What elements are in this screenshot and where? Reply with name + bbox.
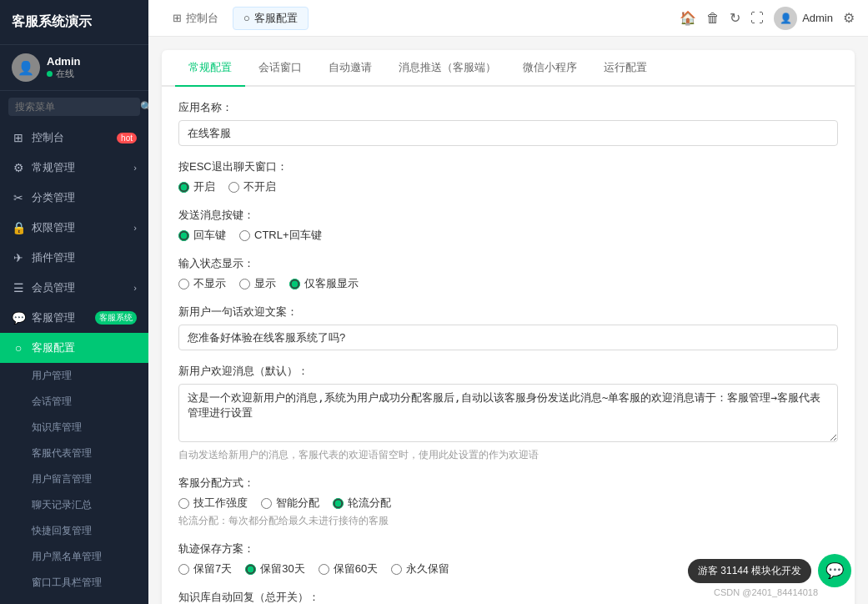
- sidebar-item-label: 客服管理: [32, 310, 75, 325]
- classify-icon: ✂: [12, 191, 25, 204]
- assign-mode-group: 客服分配方式： 技工作强度 智能分配 轮流分配: [178, 476, 838, 528]
- welcome-text-input[interactable]: [178, 325, 838, 350]
- home-button[interactable]: 🏠: [680, 10, 696, 26]
- round-robin-option[interactable]: 轮流分配: [333, 496, 391, 511]
- no-show-option[interactable]: 不显示: [178, 276, 226, 291]
- esc-off-radio[interactable]: [228, 182, 239, 193]
- esc-off-option[interactable]: 不开启: [228, 179, 276, 194]
- save-30-radio[interactable]: [245, 564, 256, 575]
- save-30-option[interactable]: 保留30天: [245, 561, 304, 576]
- assign-mode-hint: 轮流分配：每次都分配给最久未进行接待的客服: [178, 514, 838, 528]
- chat-button[interactable]: 💬: [818, 554, 851, 587]
- sidebar-item-kb-manage[interactable]: 知识库管理: [0, 415, 148, 440]
- tab-runtime[interactable]: 运行配置: [590, 50, 660, 87]
- show-radio[interactable]: [239, 279, 250, 289]
- sidebar-item-permission[interactable]: 🔒 权限管理 ›: [0, 213, 148, 243]
- enter-option[interactable]: 回车键: [178, 228, 226, 243]
- skill-option[interactable]: 技工作强度: [178, 496, 248, 511]
- member-icon: ☰: [12, 281, 25, 294]
- save-forever-option[interactable]: 永久保留: [391, 561, 449, 576]
- save-7-radio[interactable]: [178, 564, 189, 575]
- fullscreen-button[interactable]: ⛶: [750, 11, 764, 26]
- welcome-text-group: 新用户一句话欢迎文案：: [178, 305, 838, 350]
- welcome-msg-group: 新用户欢迎消息（默认）： 这是一个欢迎新用户的消息,系统为用户成功分配客服后,自…: [178, 364, 838, 462]
- sidebar-item-label: 会员管理: [32, 280, 75, 295]
- search-input[interactable]: [15, 101, 140, 113]
- sidebar-item-window-tool[interactable]: 窗口工具栏管理: [0, 570, 148, 596]
- save-7-option[interactable]: 保留7天: [178, 561, 232, 576]
- status-dot: [47, 71, 53, 77]
- sidebar-item-user-manage[interactable]: 用户管理: [0, 363, 148, 389]
- topbar-tab-service-config[interactable]: ○ 客服配置: [233, 7, 309, 30]
- topbar-tabs: ⊞ 控制台 ○ 客服配置: [162, 7, 680, 30]
- sidebar-item-general[interactable]: ⚙ 常规管理 ›: [0, 153, 148, 183]
- esc-label: 按ESC退出聊天窗口：: [178, 159, 838, 174]
- tab-auto-invite[interactable]: 自动邀请: [315, 50, 385, 87]
- agent-only-option[interactable]: 仅客服显示: [289, 276, 359, 291]
- sidebar-item-chat-log[interactable]: 聊天记录汇总: [0, 492, 148, 518]
- save-forever-radio[interactable]: [391, 564, 402, 575]
- show-label: 显示: [254, 276, 276, 291]
- arrow-icon: ›: [133, 163, 137, 173]
- sidebar-item-session-manage[interactable]: 会话管理: [0, 389, 148, 415]
- chat-widget: 游客 31144 模块化开发 💬: [688, 554, 851, 587]
- avatar: 👤: [12, 53, 40, 82]
- search-icon: 🔍: [140, 101, 148, 113]
- badge-hot: hot: [117, 133, 137, 143]
- dashboard-tab-icon: ⊞: [173, 12, 182, 24]
- tab-general[interactable]: 常规配置: [175, 50, 245, 87]
- sidebar-item-blacklist[interactable]: 用户黑名单管理: [0, 544, 148, 570]
- esc-group: 按ESC退出聊天窗口： 开启 不开启: [178, 159, 838, 194]
- app-name-input[interactable]: [178, 120, 838, 146]
- status-label: 在线: [56, 68, 74, 80]
- sidebar: 客服系统演示 👤 Admin 在线 🔍 ⊞ 控制台 hot ⚙ 常规管理 › ✂…: [0, 0, 148, 604]
- sidebar-item-quick-reply[interactable]: 快捷回复管理: [0, 518, 148, 544]
- smart-option[interactable]: 智能分配: [261, 496, 319, 511]
- service-icon: 💬: [12, 311, 25, 325]
- sidebar-item-留言管理[interactable]: 用户留言管理: [0, 466, 148, 492]
- admin-name: Admin: [802, 12, 833, 24]
- sidebar-item-plugin[interactable]: ✈ 插件管理: [0, 243, 148, 273]
- search-box[interactable]: 🔍: [8, 98, 140, 116]
- tab-chat-window[interactable]: 会话窗口: [245, 50, 315, 87]
- save-60-option[interactable]: 保留60天: [319, 561, 378, 576]
- smart-radio[interactable]: [261, 498, 272, 509]
- sidebar-item-dashboard[interactable]: ⊞ 控制台 hot: [0, 123, 148, 153]
- sidebar-item-member[interactable]: ☰ 会员管理 ›: [0, 273, 148, 303]
- tab-wechat[interactable]: 微信小程序: [509, 50, 590, 87]
- agent-only-label: 仅客服显示: [304, 276, 359, 291]
- round-robin-radio[interactable]: [333, 498, 344, 509]
- save-60-radio[interactable]: [319, 564, 329, 575]
- enter-radio[interactable]: [178, 230, 189, 241]
- ctrl-enter-label: CTRL+回车键: [254, 228, 322, 243]
- topbar-admin[interactable]: 👤 Admin: [774, 7, 833, 30]
- sidebar-item-classify[interactable]: ✂ 分类管理: [0, 183, 148, 213]
- sidebar-item-service-config[interactable]: ○ 客服配置: [0, 333, 148, 363]
- topbar-actions: 🏠 🗑 ↻ ⛶ 👤 Admin ⚙: [680, 7, 855, 30]
- refresh-button[interactable]: ↻: [730, 10, 740, 26]
- no-show-radio[interactable]: [178, 279, 189, 289]
- user-status: 在线: [47, 68, 80, 80]
- input-status-group: 输入状态显示： 不显示 显示 仅客服显示: [178, 256, 838, 291]
- skill-radio[interactable]: [178, 498, 189, 509]
- agent-only-radio[interactable]: [289, 279, 300, 289]
- form-section: 应用名称： 按ESC退出聊天窗口： 开启 不开启: [162, 87, 855, 604]
- ctrl-enter-option[interactable]: CTRL+回车键: [239, 228, 322, 243]
- sidebar-item-agent-manage[interactable]: 客服代表管理: [0, 440, 148, 466]
- settings-button[interactable]: ⚙: [843, 10, 855, 26]
- tab-msg-push[interactable]: 消息推送（客服端）: [385, 50, 509, 87]
- skill-label: 技工作强度: [193, 496, 248, 511]
- sidebar-item-service[interactable]: 💬 客服管理 客服系统: [0, 303, 148, 333]
- send-key-label: 发送消息按键：: [178, 208, 838, 223]
- esc-off-label: 不开启: [243, 179, 276, 194]
- topbar-tab-dashboard[interactable]: ⊞ 控制台: [162, 7, 229, 30]
- send-key-radio-group: 回车键 CTRL+回车键: [178, 228, 838, 243]
- welcome-text-label: 新用户一句话欢迎文案：: [178, 305, 838, 320]
- esc-on-radio[interactable]: [178, 182, 189, 193]
- esc-on-option[interactable]: 开启: [178, 179, 215, 194]
- delete-button[interactable]: 🗑: [706, 11, 720, 26]
- ctrl-enter-radio[interactable]: [239, 230, 250, 241]
- welcome-msg-textarea[interactable]: 这是一个欢迎新用户的消息,系统为用户成功分配客服后,自动以该客服身份发送此消息~…: [178, 384, 838, 442]
- show-option[interactable]: 显示: [239, 276, 276, 291]
- config-card: 常规配置 会话窗口 自动邀请 消息推送（客服端） 微信小程序 运行配置 应用名称…: [162, 50, 855, 604]
